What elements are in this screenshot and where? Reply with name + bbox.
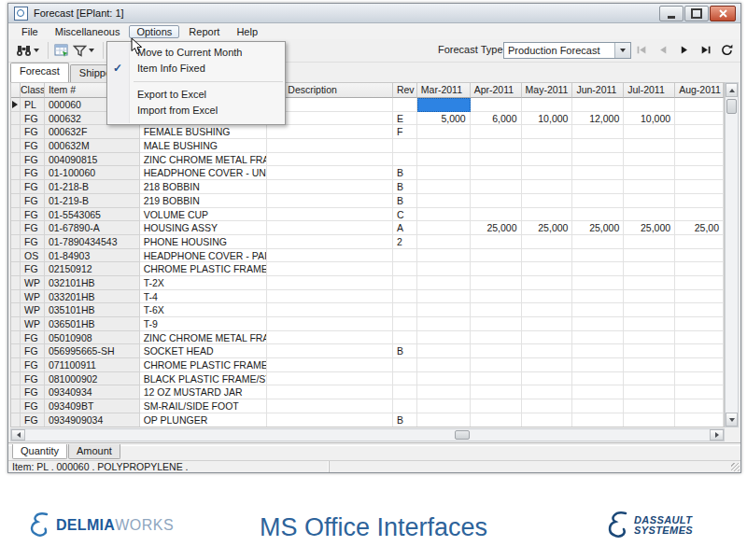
scroll-down-button[interactable]	[726, 413, 738, 427]
cell-aug-2011[interactable]	[675, 235, 724, 249]
cell-apr-2011[interactable]	[471, 208, 522, 222]
last-record-button[interactable]	[699, 43, 712, 55]
cell-class[interactable]: FG	[21, 221, 45, 235]
cell-jul-2011[interactable]	[624, 194, 675, 208]
cell-jul-2011[interactable]	[624, 303, 675, 317]
cell-aug-2011[interactable]	[675, 358, 724, 372]
cell-mar-2011[interactable]	[417, 125, 471, 139]
cell-ext-description[interactable]	[267, 139, 393, 153]
scroll-right-button[interactable]	[710, 429, 724, 441]
cell-apr-2011[interactable]	[471, 344, 522, 358]
col-header-jun-2011[interactable]: Jun-2011	[572, 83, 624, 98]
cell-jul-2011[interactable]	[624, 166, 675, 180]
cell-rev[interactable]: A	[393, 221, 417, 235]
cell-aug-2011[interactable]	[675, 344, 724, 358]
cell-rev[interactable]	[393, 98, 417, 112]
cell-ext-description[interactable]	[267, 344, 393, 358]
cell-description[interactable]: HEADPHONE COVER - UNP...	[140, 166, 268, 180]
cell-apr-2011[interactable]	[471, 153, 522, 167]
cell-may-2011[interactable]	[522, 194, 573, 208]
cell-description[interactable]: 219 BOBBIN	[140, 194, 268, 208]
cell-item[interactable]: 071100911	[45, 358, 140, 372]
cell-apr-2011[interactable]	[471, 276, 522, 290]
cell-item[interactable]: 056995665-SH	[45, 344, 140, 358]
cell-item[interactable]: 02150912	[45, 262, 140, 276]
cell-class[interactable]: FG	[21, 385, 45, 399]
cell-ext-description[interactable]	[267, 317, 393, 331]
cell-rev[interactable]	[393, 262, 417, 276]
cell-class[interactable]: FG	[21, 125, 45, 139]
cell-ext-description[interactable]	[267, 303, 393, 317]
cell-jun-2011[interactable]	[572, 331, 624, 345]
cell-mar-2011[interactable]	[417, 358, 471, 372]
cell-jun-2011[interactable]: 25,000	[572, 221, 624, 235]
scroll-left-button[interactable]	[11, 429, 25, 441]
resize-grip[interactable]	[731, 463, 740, 471]
cell-jul-2011[interactable]	[624, 413, 675, 427]
cell-aug-2011[interactable]	[675, 112, 724, 126]
cell-apr-2011[interactable]	[471, 317, 522, 331]
find-button[interactable]	[14, 42, 44, 59]
cell-may-2011[interactable]	[522, 208, 573, 222]
cell-aug-2011[interactable]	[675, 385, 724, 399]
cell-item[interactable]: 000632M	[45, 139, 140, 153]
cell-aug-2011[interactable]	[675, 276, 724, 290]
cell-rev[interactable]	[393, 358, 417, 372]
cell-class[interactable]: FG	[21, 112, 45, 126]
cell-description[interactable]: SM-RAIL/SIDE FOOT	[140, 399, 268, 413]
cell-ext-description[interactable]	[267, 221, 393, 235]
col-header-jul-2011[interactable]: Jul-2011	[624, 83, 675, 98]
menu-item-item-info-fixed[interactable]: ✓Item Info Fixed	[107, 61, 285, 77]
cell-may-2011[interactable]	[522, 139, 573, 153]
cell-aug-2011[interactable]	[675, 98, 724, 112]
cell-mar-2011[interactable]	[417, 262, 471, 276]
cell-rev[interactable]	[393, 290, 417, 304]
cell-may-2011[interactable]	[522, 235, 573, 249]
cell-mar-2011[interactable]: 5,000	[417, 112, 471, 126]
cell-may-2011[interactable]	[522, 372, 573, 386]
cell-item[interactable]: 01-218-B	[45, 180, 140, 194]
cell-mar-2011[interactable]	[417, 180, 471, 194]
cell-may-2011[interactable]	[522, 166, 573, 180]
cell-ext-description[interactable]	[267, 385, 393, 399]
cell-jul-2011[interactable]	[624, 276, 675, 290]
cell-ext-description[interactable]	[267, 153, 393, 167]
cell-description[interactable]: T-2X	[140, 276, 268, 290]
cell-description[interactable]: ZINC CHROME METAL FRA...	[140, 153, 268, 167]
cell-apr-2011[interactable]	[471, 358, 522, 372]
cell-description[interactable]: T-4	[140, 290, 268, 304]
minimize-button[interactable]	[659, 6, 684, 21]
cell-ext-description[interactable]	[267, 262, 393, 276]
cell-rev[interactable]	[393, 153, 417, 167]
cell-may-2011[interactable]: 10,000	[522, 112, 573, 126]
cell-ext-description[interactable]	[267, 413, 393, 427]
cell-class[interactable]: FG	[21, 166, 45, 180]
cell-apr-2011[interactable]	[471, 331, 522, 345]
cell-class[interactable]: FG	[21, 194, 45, 208]
cell-rev[interactable]	[393, 372, 417, 386]
cell-mar-2011[interactable]	[417, 399, 471, 413]
cell-jun-2011[interactable]	[572, 358, 624, 372]
cell-apr-2011[interactable]	[471, 125, 522, 139]
cell-ext-description[interactable]	[267, 235, 393, 249]
cell-rev[interactable]	[393, 385, 417, 399]
cell-apr-2011[interactable]	[471, 139, 522, 153]
cell-aug-2011[interactable]	[675, 399, 724, 413]
cell-item[interactable]: 01-100060	[45, 166, 140, 180]
cell-item[interactable]: 01-67890-A	[45, 221, 140, 235]
tab-amount[interactable]: Amount	[68, 444, 120, 459]
cell-ext-description[interactable]	[267, 358, 393, 372]
cell-aug-2011[interactable]	[675, 372, 724, 386]
cell-rev[interactable]: 2	[393, 235, 417, 249]
cell-may-2011[interactable]	[522, 399, 573, 413]
cell-class[interactable]: FG	[21, 153, 45, 167]
cell-rev[interactable]: E	[393, 112, 417, 126]
cell-apr-2011[interactable]	[471, 98, 522, 112]
cell-aug-2011[interactable]: 25,00	[675, 221, 724, 235]
cell-jul-2011[interactable]	[624, 208, 675, 222]
cell-apr-2011[interactable]	[471, 385, 522, 399]
cell-mar-2011[interactable]	[417, 317, 471, 331]
cell-item[interactable]: 01-219-B	[45, 194, 140, 208]
cell-item[interactable]: 01-5543065	[45, 208, 140, 222]
cell-jun-2011[interactable]: 12,000	[572, 112, 624, 126]
